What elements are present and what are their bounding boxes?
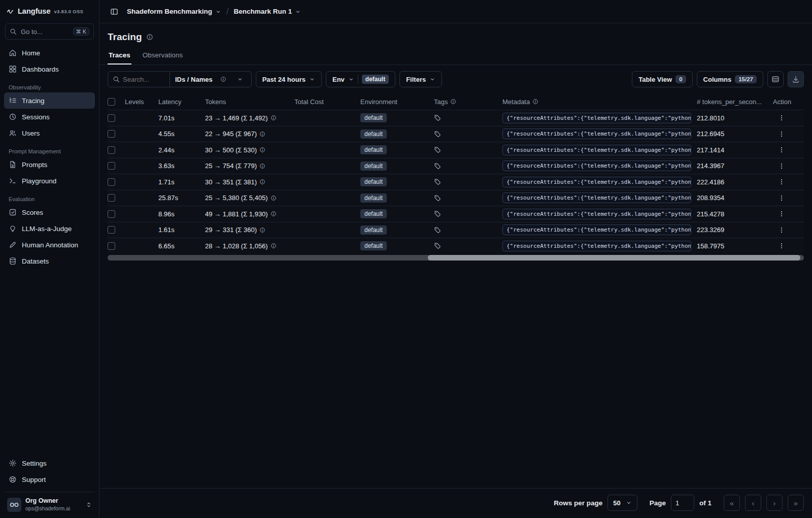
add-tag-button[interactable] [434,146,441,153]
table-row[interactable]: 7.01s 23 → 1,469 (Σ 1,492) default [108,110,804,126]
last-page-button[interactable]: » [788,495,804,511]
add-tag-button[interactable] [434,226,441,234]
sidebar-item-users[interactable]: Users [4,125,95,141]
sidebar-item-llm-as-a-judge[interactable]: LLM-as-a-Judge [4,220,95,237]
row-actions-button[interactable] [773,161,790,171]
export-button[interactable] [788,71,804,87]
sidebar-item-dashboards[interactable]: Dashboards [4,61,95,77]
row-checkbox[interactable] [108,162,115,170]
info-icon[interactable] [259,131,265,137]
row-actions-button[interactable] [773,209,790,218]
row-actions-button[interactable] [773,113,790,122]
sidebar-item-datasets[interactable]: Datasets [4,253,95,269]
column-header-latency[interactable]: Latency [158,98,205,106]
info-icon[interactable] [270,211,277,217]
add-tag-button[interactable] [434,210,441,217]
sidebar-item-home[interactable]: Home [4,45,95,61]
rows-per-page-select[interactable]: 50 [607,495,637,511]
info-icon[interactable] [146,34,153,41]
row-checkbox[interactable] [108,194,115,202]
sidebar-item-settings[interactable]: Settings [4,455,95,471]
add-tag-button[interactable] [434,178,441,185]
table-row[interactable]: 1.71s 30 → 351 (Σ 381) default [108,174,804,190]
search-input[interactable] [123,76,170,83]
sidebar-item-support[interactable]: Support [4,471,95,488]
horizontal-scrollbar[interactable] [108,255,804,261]
add-tag-button[interactable] [434,242,441,249]
row-actions-button[interactable] [773,145,790,154]
row-checkbox[interactable] [108,226,115,234]
sidebar-item-scores[interactable]: Scores [4,204,95,220]
column-header-total-cost[interactable]: Total Cost [294,98,360,106]
column-header-levels[interactable]: Levels [125,98,158,106]
select-all-checkbox[interactable] [108,98,115,106]
env-dropdown[interactable]: Env default [326,71,395,87]
sidebar-item-sessions[interactable]: Sessions [4,109,95,125]
first-page-button[interactable]: « [724,495,740,511]
metadata-value[interactable]: {"resourceAttributes":{"telemetry.sdk.la… [502,113,691,123]
info-icon[interactable] [259,179,265,185]
column-header-tags[interactable]: Tags [434,98,502,106]
metadata-value[interactable]: {"resourceAttributes":{"telemetry.sdk.la… [502,160,691,171]
sidebar-item-human-annotation[interactable]: Human Annotation [4,237,95,253]
row-checkbox[interactable] [108,130,115,138]
column-header-tokens[interactable]: Tokens [205,98,294,106]
org-switcher[interactable]: Shadeform Benchmarking [127,8,221,15]
info-icon[interactable] [270,115,277,121]
add-tag-button[interactable] [434,114,441,121]
filters-dropdown[interactable]: Filters [399,71,442,87]
info-icon[interactable] [270,243,277,249]
metadata-value[interactable]: {"resourceAttributes":{"telemetry.sdk.la… [502,145,691,155]
column-header-environment[interactable]: Environment [360,98,434,106]
sidebar-item-tracing[interactable]: Tracing [4,92,95,109]
table-row[interactable]: 6.65s 28 → 1,028 (Σ 1,056) default [108,238,804,254]
project-switcher[interactable]: Benchmark Run 1 [234,8,301,15]
row-height-button[interactable] [767,71,784,87]
info-icon[interactable] [259,227,265,233]
goto-search[interactable]: Go to... ⌘ K [5,23,94,40]
sidebar-item-playground[interactable]: Playground [4,173,95,189]
row-checkbox[interactable] [108,210,115,218]
table-row[interactable]: 4.55s 22 → 945 (Σ 967) default [108,126,804,142]
row-actions-button[interactable] [773,225,790,235]
add-tag-button[interactable] [434,195,441,202]
tab-traces[interactable]: Traces [108,48,131,64]
next-page-button[interactable]: › [766,495,783,511]
column-header-tokens-per-second[interactable]: # tokens_per_secon... [697,98,773,106]
metadata-value[interactable]: {"resourceAttributes":{"telemetry.sdk.la… [502,128,691,139]
row-actions-button[interactable] [773,241,790,250]
column-header-metadata[interactable]: Metadata [502,98,697,106]
search-scope-dropdown[interactable]: IDs / Names [170,72,251,87]
tab-observations[interactable]: Observations [142,48,184,64]
add-tag-button[interactable] [434,131,441,138]
metadata-value[interactable]: {"resourceAttributes":{"telemetry.sdk.la… [502,209,691,219]
info-icon[interactable] [270,195,277,201]
info-icon[interactable] [259,163,265,169]
user-menu[interactable]: OO Org Owner ops@shadeform.ai [4,492,95,514]
sidebar-toggle-button[interactable] [107,4,122,19]
scrollbar-thumb[interactable] [428,255,800,261]
table-row[interactable]: 25.87s 25 → 5,380 (Σ 5,405) default [108,190,804,206]
metadata-value[interactable]: {"resourceAttributes":{"telemetry.sdk.la… [502,177,691,187]
table-row[interactable]: 1.61s 29 → 331 (Σ 360) default [108,222,804,238]
row-actions-button[interactable] [773,130,790,139]
time-range-dropdown[interactable]: Past 24 hours [256,71,322,87]
page-number-input[interactable] [671,495,694,511]
table-row[interactable]: 3.63s 25 → 754 (Σ 779) default [108,158,804,174]
metadata-value[interactable]: {"resourceAttributes":{"telemetry.sdk.la… [502,241,691,251]
row-checkbox[interactable] [108,178,115,186]
row-actions-button[interactable] [773,177,790,186]
row-actions-button[interactable] [773,193,790,203]
row-checkbox[interactable] [108,146,115,154]
columns-button[interactable]: Columns 15/27 [697,71,763,87]
sidebar-item-prompts[interactable]: Prompts [4,156,95,173]
metadata-value[interactable]: {"resourceAttributes":{"telemetry.sdk.la… [502,192,691,203]
table-row[interactable]: 8.96s 49 → 1,881 (Σ 1,930) default [108,206,804,222]
previous-page-button[interactable]: ‹ [745,495,761,511]
row-checkbox[interactable] [108,242,115,250]
table-row[interactable]: 2.44s 30 → 500 (Σ 530) default [108,142,804,158]
metadata-value[interactable]: {"resourceAttributes":{"telemetry.sdk.la… [502,224,691,235]
row-checkbox[interactable] [108,114,115,122]
info-icon[interactable] [259,147,265,153]
table-view-button[interactable]: Table View 0 [632,71,692,87]
